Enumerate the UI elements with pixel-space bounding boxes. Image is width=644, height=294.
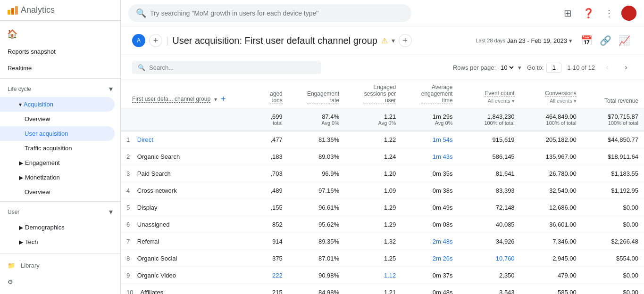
sidebar-item-library[interactable]: 📁 Library [0,257,120,274]
sidebar-item-monetization[interactable]: ▶ Monetization [0,170,115,185]
user-avatar[interactable] [621,6,636,21]
sidebar-item-overview2-label: Overview [25,188,50,196]
table-container: First user defa... channel group ▾ + age… [121,80,644,294]
col-event-count-label: Event count [485,90,514,97]
sidebar-item-acquisition[interactable]: ▾ Acquisition [0,97,115,112]
table-row: 9 Organic Video 222 90.98% 1.12 0m 37s 2… [121,267,644,284]
col-engagement-rate-label: Engagementrate [307,90,339,104]
row-10-engagement-rate: 84.98% [288,284,345,294]
prev-page-button[interactable]: ‹ [601,61,614,74]
sidebar-item-tech[interactable]: ▶ Tech [0,235,115,249]
more-icon-button[interactable]: ⋮ [601,5,618,22]
sidebar-item-demographics[interactable]: ▶ Demographics [0,220,115,235]
col-header-engaged-sessions: Engagedsessions peruser [345,80,401,108]
table-search-input[interactable] [149,64,315,71]
col-header-event-count: Event count All events ▾ [458,80,520,108]
goto-input[interactable] [546,63,561,73]
sidebar-item-engagement[interactable]: ▶ Engagement [0,155,115,170]
row-4-engaged-sessions: 1.09 [345,182,401,199]
row-3-event-count: 81,641 [458,165,520,182]
row-3-engagement-rate: 96.9% [288,165,345,182]
calendar-icon-button[interactable]: 📅 [578,32,595,49]
sidebar-item-realtime[interactable]: Realtime [0,60,115,76]
apps-icon-button[interactable]: ⊞ [559,5,576,22]
date-range-value: Jan 23 - Feb 19, 2023 [507,37,567,44]
row-10-channel: 10 Affiliates [121,284,242,294]
sidebar-item-user-acquisition[interactable]: User acquisition [0,126,115,141]
row-1-engaged-sessions: 1.22 [345,131,401,148]
help-icon-button[interactable]: ❓ [580,5,597,22]
row-5-conversions: 12,686.00 [520,199,582,216]
app-title: Analytics [21,5,55,15]
row-1-channel-link[interactable]: Direct [137,136,153,143]
totals-conversions: 464,849.00 100% of total [520,108,582,131]
table-search[interactable]: 🔍 [132,61,321,74]
sidebar-item-overview2[interactable]: Overview [0,185,115,199]
table-row: 2 Organic Search ,183 89.03% 1.24 1m 43s… [121,148,644,165]
col-conversions-sub: All events ▾ [550,98,577,104]
lifecycle-label: Life cycle [8,86,31,92]
date-range[interactable]: Last 28 days Jan 23 - Feb 19, 2023 ▾ [476,37,572,44]
row-8-engaged-sessions: 1.25 [345,250,401,267]
col-header-channel: First user defa... channel group ▾ + [121,80,242,108]
col-event-count-sub: All events ▾ [488,98,515,104]
row-6-engagement-rate: 95.62% [288,216,345,233]
tech-expand-icon: ▶ [19,239,23,245]
logo-icon [8,6,18,15]
user-section-header[interactable]: User ▾ [0,204,120,220]
page-user-avatar[interactable]: A [132,34,145,47]
row-2-sessions: ,183 [242,148,288,165]
sidebar-item-demographics-label: Demographics [25,224,65,231]
prev-page-icon: ‹ [606,63,608,72]
row-2-channel-text: Organic Search [137,153,180,160]
table-row-totals: ,699 total 87.4% Avg 0% 1.21 Avg 0% [121,108,644,131]
home-icon: 🏠 [8,29,17,39]
add-view-button[interactable]: + [399,34,412,47]
rows-select-dropdown-icon: ▾ [518,64,521,71]
next-page-button[interactable]: › [619,61,633,74]
add-comparison-button[interactable]: + [149,34,162,47]
search-input[interactable] [150,9,404,17]
totals-avg-engagement: 1m 29s Avg 0% [401,108,458,131]
sidebar-item-acquisition-label: Acquisition [24,101,53,108]
row-3-avg-engagement: 0m 35s [401,165,458,182]
row-2-event-count: 586,145 [458,148,520,165]
row-2-channel: 2 Organic Search [121,148,242,165]
row-8-channel: 8 Organic Social [121,250,242,267]
row-4-event-count: 83,393 [458,182,520,199]
compare-icon-button[interactable]: 📈 [616,32,633,49]
goto-page: Go to: [527,63,561,73]
share-icon-button[interactable]: 🔗 [597,32,614,49]
row-10-conversions: 585.00 [520,284,582,294]
row-9-engagement-rate: 90.98% [288,267,345,284]
row-8-event-count: 10,760 [458,250,520,267]
sidebar-item-settings[interactable]: ⚙ [0,274,120,290]
logo: Analytics [8,5,55,15]
sidebar-item-engagement-label: Engagement [25,159,60,166]
sidebar-item-overview[interactable]: Overview [0,112,115,126]
sidebar-item-traffic-acquisition[interactable]: Traffic acquisition [0,141,115,155]
sidebar-item-reports[interactable]: Reports snapshot [0,43,115,60]
next-page-icon: › [625,63,627,72]
add-metric-button[interactable]: + [221,94,226,104]
row-3-revenue: $1,183.55 [582,165,644,182]
row-8-channel-text: Organic Social [137,255,177,262]
row-5-channel: 5 Display [121,199,242,216]
row-4-engagement-rate: 97.16% [288,182,345,199]
row-7-channel: 7 Referral [121,233,242,250]
row-1-event-count: 915,619 [458,131,520,148]
divider-1 [0,78,120,79]
rows-per-page-select[interactable]: 10 25 50 [499,64,515,72]
search-bar[interactable]: 🔍 [128,4,411,22]
col-channel-filter-icon[interactable]: ▾ [214,96,217,103]
sidebar-item-home[interactable]: 🏠 [0,24,115,43]
lifecycle-section-header[interactable]: Life cycle ▾ [0,81,120,97]
row-9-revenue: $0.00 [582,267,644,284]
rows-per-page-label: Rows per page: [453,64,496,71]
sidebar-item-overview-label: Overview [25,115,50,122]
table-row: 5 Display ,155 96.61% 1.29 0m 49s 72,148… [121,199,644,216]
title-dropdown-icon[interactable]: ▾ [392,37,395,44]
row-6-sessions: 852 [242,216,288,233]
row-3-sessions: ,703 [242,165,288,182]
row-3-channel-text: Paid Search [137,170,171,177]
